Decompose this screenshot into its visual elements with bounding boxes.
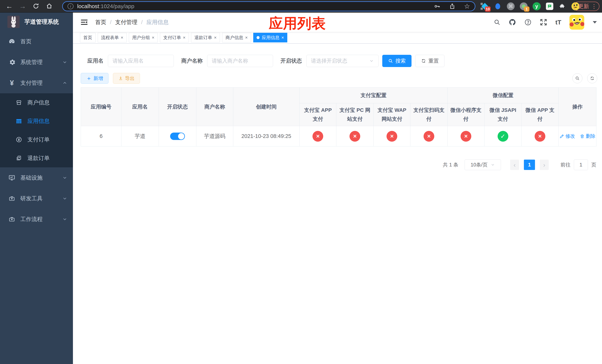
tag-home[interactable]: 首页: [80, 33, 96, 43]
extension-command-icon[interactable]: ⌘: [506, 2, 515, 11]
github-icon[interactable]: [509, 19, 516, 26]
col-wx-jsapi: 微信 JSAPI 支付: [484, 103, 521, 126]
browser-home-icon[interactable]: [44, 2, 54, 11]
sidebar-item-app-info[interactable]: 应用信息: [0, 112, 73, 130]
tag-pay-orders[interactable]: 支付订单×: [160, 33, 189, 43]
col-actions: 操作: [559, 87, 596, 126]
app-title: 芋道管理系统: [24, 18, 59, 26]
sidebar-item-workflow[interactable]: 工作流程: [0, 209, 73, 230]
help-icon[interactable]: [524, 19, 532, 26]
browser-forward-icon[interactable]: →: [17, 2, 28, 11]
delete-button[interactable]: 删除: [580, 133, 595, 139]
search-icon: [388, 58, 393, 64]
breadcrumb-home[interactable]: 首页: [95, 19, 106, 26]
refresh-table-button[interactable]: [587, 73, 597, 83]
chevron-down-icon: [491, 162, 495, 167]
sidebar-item-dev-tools[interactable]: 研发工具: [0, 188, 73, 209]
app-name-input[interactable]: [108, 55, 174, 67]
status-select[interactable]: 请选择开启状态: [306, 55, 378, 67]
close-icon[interactable]: ×: [152, 35, 154, 40]
extension-pin-icon[interactable]: 10: [481, 2, 489, 11]
extension-badge: 1: [524, 7, 529, 12]
sidebar-item-home[interactable]: 首页: [0, 31, 73, 52]
sidebar-item-merchant-info[interactable]: 商户信息: [0, 93, 73, 112]
chevron-down-icon: [62, 175, 67, 180]
status-label: 开启状态: [280, 57, 302, 65]
col-alipay-pc: 支付宝 PC 网站支付: [336, 103, 374, 126]
top-navbar: 首页 / 支付管理 / 应用信息 tT: [73, 13, 602, 32]
gear-icon: [8, 59, 16, 66]
site-info-icon[interactable]: i: [68, 3, 74, 9]
col-merchant: 商户名称: [196, 87, 233, 126]
close-icon[interactable]: ×: [121, 35, 123, 40]
cell-app-name: 芋道: [121, 126, 159, 146]
page-number-1[interactable]: 1: [524, 160, 535, 170]
app-logo[interactable]: 芋道管理系统: [0, 13, 73, 31]
tag-merchant-info[interactable]: 商户信息×: [222, 33, 251, 43]
address-bar[interactable]: i localhost:1024/pay/app ☆: [62, 1, 475, 11]
app-table: 应用编号 应用名 开启状态 商户名称 创建时间 支付宝配置 微信配置 操作 支付…: [81, 87, 596, 146]
reset-button[interactable]: 重置: [415, 55, 444, 67]
pagination: 共 1 条 10条/页 ‹ 1 › 前往 页: [443, 159, 596, 170]
browser-menu-icon[interactable]: ⋮: [591, 3, 597, 10]
edit-button[interactable]: 修改: [559, 133, 575, 139]
font-size-icon[interactable]: tT: [555, 19, 561, 26]
close-icon[interactable]: ×: [245, 35, 248, 40]
sidebar-item-infrastructure[interactable]: 基础设施: [0, 167, 73, 188]
merchant-name-input[interactable]: [207, 55, 273, 67]
extension-recorder-icon[interactable]: 1: [519, 2, 528, 11]
sidebar: 芋道管理系统 首页 系统管理 ¥ 支付管理 商户信息: [0, 13, 73, 364]
next-page-button[interactable]: ›: [540, 160, 549, 170]
chevron-down-icon: [62, 60, 67, 65]
bookmark-star-icon[interactable]: ☆: [464, 2, 470, 10]
header-search-icon[interactable]: [494, 19, 501, 26]
close-icon[interactable]: ×: [214, 35, 216, 40]
goto-suffix: 页: [591, 161, 596, 168]
extensions-puzzle-icon[interactable]: [558, 2, 567, 11]
close-icon[interactable]: ×: [183, 35, 185, 40]
browser-reload-icon[interactable]: [31, 2, 41, 11]
payment-submenu: 商户信息 应用信息 支付订单 退款订单: [0, 93, 73, 167]
toolbox-icon: [8, 216, 16, 223]
filter-form: 应用名 商户名称 开启状态 请选择开启状态 搜索 重置: [87, 55, 444, 67]
show-search-button[interactable]: [572, 73, 582, 83]
sidebar-item-system[interactable]: 系统管理: [0, 52, 73, 73]
monitor-chart-icon: [8, 174, 16, 181]
status-toggle[interactable]: [170, 133, 185, 140]
sidebar-item-label: 基础设施: [20, 174, 43, 182]
sidebar-collapse-icon[interactable]: [80, 19, 88, 26]
tag-app-info[interactable]: 应用信息×: [253, 33, 287, 43]
sidebar-item-label: 首页: [20, 38, 32, 45]
password-key-icon[interactable]: [434, 3, 441, 10]
tag-user-group[interactable]: 用户分组×: [129, 33, 158, 43]
extension-y-icon[interactable]: y: [532, 2, 541, 11]
page-size-select[interactable]: 10条/页: [465, 160, 501, 170]
goto-page-input[interactable]: [574, 160, 588, 170]
sidebar-item-payment[interactable]: ¥ 支付管理: [0, 73, 73, 93]
col-alipay-app: 支付宝 APP 支付: [300, 103, 336, 126]
dashboard-icon: [8, 38, 16, 45]
sidebar-item-label: 支付管理: [20, 79, 43, 87]
search-button[interactable]: 搜索: [382, 55, 411, 67]
export-button[interactable]: 导出: [113, 73, 140, 84]
share-icon[interactable]: [449, 3, 456, 10]
tag-process-form[interactable]: 流程表单×: [98, 33, 127, 43]
extension-balloon-icon[interactable]: [494, 2, 502, 11]
browser-back-icon[interactable]: ←: [4, 2, 14, 11]
user-avatar[interactable]: [570, 15, 584, 30]
toolbox-icon: [8, 195, 16, 202]
browser-update-button[interactable]: 更新 ⋮: [573, 2, 599, 11]
sidebar-item-pay-orders[interactable]: 支付订单: [0, 130, 73, 149]
extension-chat-icon[interactable]: [545, 2, 554, 11]
add-button[interactable]: ＋ 新增: [81, 73, 108, 84]
tag-refund-orders[interactable]: 退款订单×: [191, 33, 220, 43]
col-created: 创建时间: [233, 87, 300, 126]
col-group-alipay: 支付宝配置: [300, 87, 448, 103]
avatar-caret-icon[interactable]: [593, 21, 597, 23]
close-icon[interactable]: ×: [281, 35, 284, 40]
prev-page-button[interactable]: ‹: [510, 160, 519, 170]
sidebar-item-refund-orders[interactable]: 退款订单: [0, 149, 73, 167]
col-wx-app: 微信 APP 支付: [521, 103, 559, 126]
fullscreen-icon[interactable]: [540, 19, 547, 26]
breadcrumb-payment[interactable]: 支付管理: [115, 19, 137, 26]
